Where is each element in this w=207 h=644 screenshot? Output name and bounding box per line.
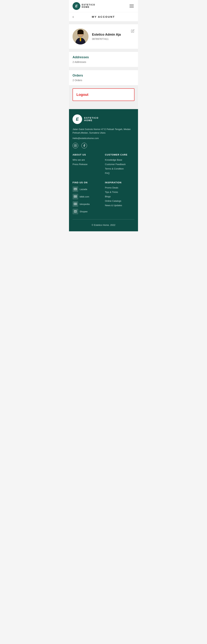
footer-about-us: ABOUT US Who we are Press Release (73, 154, 102, 176)
about-us-title: ABOUT US (73, 154, 102, 156)
svg-rect-4 (80, 38, 81, 41)
find-us-logos: Lazada blibli.com (73, 186, 102, 214)
footer: E ESTETICO HOME Jalan Gatot Subroto Nomo… (69, 109, 138, 231)
lazada-label: Lazada (80, 188, 87, 190)
footer-link-tips-tricks[interactable]: Tips & Tricks (105, 191, 134, 194)
footer-link-promo-deals[interactable]: Promo Deals (105, 186, 134, 189)
blibli-label: blibli.com (80, 195, 89, 198)
orders-subtitle: 2 Orders (73, 79, 134, 82)
main-content: Estetico Admin Aja 087897877411 Addresse… (69, 22, 138, 109)
svg-rect-8 (74, 144, 76, 147)
shopee-label: Shopee (80, 210, 88, 213)
back-button[interactable]: ‹ (73, 15, 74, 19)
logo-area[interactable]: E ESTETICO HOME (73, 2, 95, 10)
instagram-icon[interactable] (73, 143, 78, 148)
svg-point-9 (75, 145, 76, 146)
footer-inspiration: INSPIRATION Promo Deals Tips & Tricks Bl… (105, 181, 134, 214)
footer-link-online-catalogs[interactable]: Online Catalogs (105, 200, 134, 202)
profile-info: Estetico Admin Aja 087897877411 (92, 33, 127, 40)
footer-link-who-we-are[interactable]: Who we are (73, 158, 102, 161)
menu-button[interactable] (129, 4, 134, 8)
footer-logo: E ESTETICO HOME (73, 114, 134, 124)
footer-link-press-release[interactable]: Press Release (73, 163, 102, 166)
profile-name: Estetico Admin Aja (92, 33, 127, 36)
orders-card[interactable]: Orders 2 Orders (69, 70, 138, 85)
footer-customer-care: CUSTOMER CARE Knowledge Base Customer Fe… (105, 154, 134, 176)
spacer1 (69, 50, 138, 52)
header: E ESTETICO HOME (69, 0, 138, 12)
edit-profile-button[interactable] (131, 29, 134, 34)
logout-button[interactable]: Logout (73, 88, 134, 101)
footer-logo-text: ESTETICO HOME (84, 117, 99, 122)
footer-link-knowledge-base[interactable]: Knowledge Base (105, 158, 134, 161)
social-icons (73, 143, 134, 148)
lazada-icon (73, 186, 78, 192)
find-us-title: FIND US ON (73, 181, 102, 184)
blibli-icon (73, 194, 78, 200)
addresses-title: Addresses (73, 56, 134, 59)
footer-copyright: © Estetico Home. 2022 (73, 222, 134, 228)
shopee-icon (73, 209, 78, 214)
footer-link-news-updates[interactable]: News & Updates (105, 204, 134, 207)
tokopedia-icon (73, 201, 78, 207)
footer-address: Jalan Gatot Subroto Nomor 47 E Petisah T… (73, 128, 134, 134)
logout-label: Logout (76, 93, 131, 97)
facebook-icon[interactable] (81, 143, 87, 148)
logo-icon: E (73, 2, 80, 10)
shopee-link[interactable]: Shopee (73, 209, 102, 214)
inspiration-title: INSPIRATION (105, 181, 134, 184)
blibli-link[interactable]: blibli.com (73, 194, 102, 200)
addresses-subtitle: 2 Addresses (73, 60, 134, 64)
svg-rect-17 (74, 210, 76, 212)
svg-rect-11 (74, 188, 77, 190)
footer-link-blogs[interactable]: Blogs (105, 195, 134, 198)
profile-section: Estetico Admin Aja 087897877411 (69, 24, 138, 49)
customer-care-title: CUSTOMER CARE (105, 154, 134, 156)
footer-logo-icon: E (73, 114, 82, 124)
tokopedia-label: tokopedia (80, 203, 90, 206)
profile-phone: 087897877411 (92, 38, 127, 40)
addresses-card[interactable]: Addresses 2 Addresses (69, 52, 138, 67)
svg-rect-7 (77, 32, 83, 34)
orders-title: Orders (73, 74, 134, 78)
avatar (73, 28, 88, 44)
page-title: MY ACCOUNT (76, 15, 131, 18)
logo-text: ESTETICO HOME (82, 4, 95, 8)
page-title-bar: ‹ MY ACCOUNT (69, 12, 138, 22)
footer-find-us: FIND US ON Lazada (73, 181, 102, 214)
footer-link-faq[interactable]: FAQ (105, 172, 134, 174)
footer-email[interactable]: Hello@esteticohome.com (73, 137, 134, 140)
spacer3 (69, 87, 138, 88)
footer-link-customer-feedback[interactable]: Customer Feedback (105, 163, 134, 166)
footer-link-terms-condition[interactable]: Terms & Condition (105, 168, 134, 170)
tokopedia-link[interactable]: tokopedia (73, 201, 102, 207)
footer-divider (73, 219, 134, 220)
lazada-link[interactable]: Lazada (73, 186, 102, 192)
footer-columns: ABOUT US Who we are Press Release CUSTOM… (73, 154, 134, 214)
spacer2 (69, 69, 138, 70)
